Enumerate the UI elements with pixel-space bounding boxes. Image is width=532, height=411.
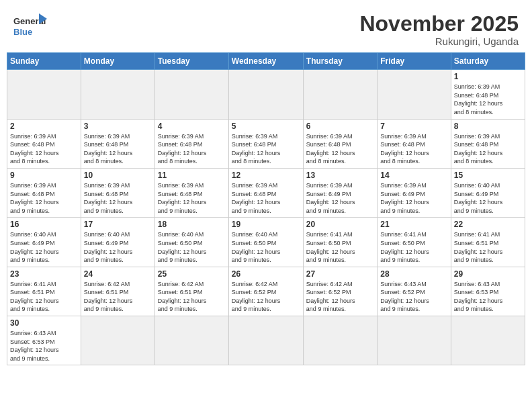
calendar-cell: 14Sunrise: 6:39 AMSunset: 6:49 PMDayligh… xyxy=(378,168,451,217)
week-row-3: 9Sunrise: 6:39 AMSunset: 6:48 PMDaylight… xyxy=(7,168,525,217)
calendar-cell: 18Sunrise: 6:40 AMSunset: 6:50 PMDayligh… xyxy=(154,218,228,267)
calendar-cell: 5Sunrise: 6:39 AMSunset: 6:48 PMDaylight… xyxy=(228,119,303,168)
calendar-cell xyxy=(378,316,451,365)
day-number: 27 xyxy=(306,269,374,279)
day-number: 20 xyxy=(306,220,374,229)
calendar-cell: 24Sunrise: 6:42 AMSunset: 6:51 PMDayligh… xyxy=(81,267,154,316)
calendar-cell: 17Sunrise: 6:40 AMSunset: 6:49 PMDayligh… xyxy=(81,218,154,267)
calendar-cell xyxy=(7,70,81,119)
calendar-cell: 21Sunrise: 6:41 AMSunset: 6:50 PMDayligh… xyxy=(378,218,451,267)
day-number: 22 xyxy=(454,220,522,229)
day-number: 26 xyxy=(232,269,300,279)
day-info: Sunrise: 6:39 AMSunset: 6:48 PMDaylight:… xyxy=(454,83,522,116)
day-number: 30 xyxy=(10,318,78,328)
calendar-cell: 6Sunrise: 6:39 AMSunset: 6:48 PMDaylight… xyxy=(303,119,377,168)
day-info: Sunrise: 6:41 AMSunset: 6:50 PMDaylight:… xyxy=(306,230,374,264)
day-number: 15 xyxy=(454,171,522,180)
calendar-cell: 8Sunrise: 6:39 AMSunset: 6:48 PMDaylight… xyxy=(451,119,525,168)
day-header-tuesday: Tuesday xyxy=(154,53,228,70)
calendar-cell xyxy=(228,70,303,119)
day-number: 8 xyxy=(454,122,522,131)
day-info: Sunrise: 6:39 AMSunset: 6:49 PMDaylight:… xyxy=(380,181,447,215)
day-number: 21 xyxy=(380,220,447,229)
calendar-cell: 2Sunrise: 6:39 AMSunset: 6:48 PMDaylight… xyxy=(7,119,81,168)
calendar-cell: 22Sunrise: 6:41 AMSunset: 6:51 PMDayligh… xyxy=(451,218,525,267)
day-header-sunday: Sunday xyxy=(7,53,81,70)
calendar-table: SundayMondayTuesdayWednesdayThursdayFrid… xyxy=(7,52,525,365)
week-row-5: 23Sunrise: 6:41 AMSunset: 6:51 PMDayligh… xyxy=(7,267,525,316)
day-info: Sunrise: 6:43 AMSunset: 6:52 PMDaylight:… xyxy=(380,280,447,314)
day-number: 9 xyxy=(10,171,78,180)
calendar-cell: 16Sunrise: 6:40 AMSunset: 6:49 PMDayligh… xyxy=(7,218,81,267)
week-row-1: 1Sunrise: 6:39 AMSunset: 6:48 PMDaylight… xyxy=(7,70,525,119)
day-number: 17 xyxy=(84,220,152,229)
day-info: Sunrise: 6:40 AMSunset: 6:50 PMDaylight:… xyxy=(232,230,300,264)
calendar-wrapper: SundayMondayTuesdayWednesdayThursdayFrid… xyxy=(0,52,532,372)
calendar-cell: 13Sunrise: 6:39 AMSunset: 6:49 PMDayligh… xyxy=(303,168,377,217)
day-info: Sunrise: 6:39 AMSunset: 6:48 PMDaylight:… xyxy=(84,181,152,215)
calendar-cell: 27Sunrise: 6:42 AMSunset: 6:52 PMDayligh… xyxy=(303,267,377,316)
location: Rukungiri, Uganda xyxy=(359,36,519,47)
day-info: Sunrise: 6:42 AMSunset: 6:51 PMDaylight:… xyxy=(84,280,152,314)
day-info: Sunrise: 6:42 AMSunset: 6:52 PMDaylight:… xyxy=(232,280,300,314)
day-info: Sunrise: 6:39 AMSunset: 6:48 PMDaylight:… xyxy=(232,132,300,166)
day-number: 11 xyxy=(158,171,226,180)
calendar-cell: 4Sunrise: 6:39 AMSunset: 6:48 PMDaylight… xyxy=(154,119,228,168)
week-row-6: 30Sunrise: 6:43 AMSunset: 6:53 PMDayligh… xyxy=(7,316,525,365)
calendar-cell xyxy=(154,70,228,119)
day-info: Sunrise: 6:39 AMSunset: 6:48 PMDaylight:… xyxy=(158,132,226,166)
calendar-cell: 26Sunrise: 6:42 AMSunset: 6:52 PMDayligh… xyxy=(228,267,303,316)
day-info: Sunrise: 6:42 AMSunset: 6:52 PMDaylight:… xyxy=(306,280,374,314)
day-number: 16 xyxy=(10,220,78,229)
day-number: 10 xyxy=(84,171,152,180)
day-number: 18 xyxy=(158,220,226,229)
day-number: 4 xyxy=(158,122,226,131)
day-info: Sunrise: 6:41 AMSunset: 6:51 PMDaylight:… xyxy=(454,230,522,264)
calendar-cell: 23Sunrise: 6:41 AMSunset: 6:51 PMDayligh… xyxy=(7,267,81,316)
day-number: 23 xyxy=(10,269,78,279)
day-info: Sunrise: 6:39 AMSunset: 6:48 PMDaylight:… xyxy=(158,181,226,215)
day-number: 3 xyxy=(84,122,152,131)
day-header-saturday: Saturday xyxy=(451,53,525,70)
calendar-cell: 10Sunrise: 6:39 AMSunset: 6:48 PMDayligh… xyxy=(81,168,154,217)
day-info: Sunrise: 6:43 AMSunset: 6:53 PMDaylight:… xyxy=(10,329,78,363)
day-info: Sunrise: 6:40 AMSunset: 6:50 PMDaylight:… xyxy=(158,230,226,264)
month-title: November 2025 xyxy=(359,12,519,36)
calendar-cell xyxy=(451,316,525,365)
week-row-2: 2Sunrise: 6:39 AMSunset: 6:48 PMDaylight… xyxy=(7,119,525,168)
calendar-cell xyxy=(81,316,154,365)
day-info: Sunrise: 6:39 AMSunset: 6:48 PMDaylight:… xyxy=(10,132,78,166)
day-header-friday: Friday xyxy=(378,53,451,70)
title-area: November 2025 Rukungiri, Uganda xyxy=(359,12,519,47)
header-row: SundayMondayTuesdayWednesdayThursdayFrid… xyxy=(7,53,525,70)
calendar-cell: 19Sunrise: 6:40 AMSunset: 6:50 PMDayligh… xyxy=(228,218,303,267)
calendar-cell: 20Sunrise: 6:41 AMSunset: 6:50 PMDayligh… xyxy=(303,218,377,267)
calendar-cell xyxy=(81,70,154,119)
calendar-cell xyxy=(303,70,377,119)
page: General Blue General Blue November 2025 … xyxy=(0,0,532,411)
day-number: 24 xyxy=(84,269,152,279)
week-row-4: 16Sunrise: 6:40 AMSunset: 6:49 PMDayligh… xyxy=(7,218,525,267)
calendar-cell: 9Sunrise: 6:39 AMSunset: 6:48 PMDaylight… xyxy=(7,168,81,217)
calendar-cell: 7Sunrise: 6:39 AMSunset: 6:48 PMDaylight… xyxy=(378,119,451,168)
svg-text:Blue: Blue xyxy=(13,27,32,37)
calendar-cell xyxy=(378,70,451,119)
day-number: 5 xyxy=(232,122,300,131)
day-number: 14 xyxy=(380,171,447,180)
day-number: 12 xyxy=(232,171,300,180)
day-info: Sunrise: 6:39 AMSunset: 6:48 PMDaylight:… xyxy=(380,132,447,166)
calendar-cell: 15Sunrise: 6:40 AMSunset: 6:49 PMDayligh… xyxy=(451,168,525,217)
day-header-monday: Monday xyxy=(81,53,154,70)
day-number: 6 xyxy=(306,122,374,131)
day-header-thursday: Thursday xyxy=(303,53,377,70)
day-info: Sunrise: 6:41 AMSunset: 6:51 PMDaylight:… xyxy=(10,280,78,314)
day-number: 13 xyxy=(306,171,374,180)
day-info: Sunrise: 6:39 AMSunset: 6:49 PMDaylight:… xyxy=(306,181,374,215)
day-number: 1 xyxy=(454,72,522,81)
calendar-cell: 3Sunrise: 6:39 AMSunset: 6:48 PMDaylight… xyxy=(81,119,154,168)
calendar-cell: 11Sunrise: 6:39 AMSunset: 6:48 PMDayligh… xyxy=(154,168,228,217)
calendar-cell: 25Sunrise: 6:42 AMSunset: 6:51 PMDayligh… xyxy=(154,267,228,316)
day-number: 7 xyxy=(380,122,447,131)
day-info: Sunrise: 6:39 AMSunset: 6:48 PMDaylight:… xyxy=(454,132,522,166)
day-number: 2 xyxy=(10,122,78,131)
